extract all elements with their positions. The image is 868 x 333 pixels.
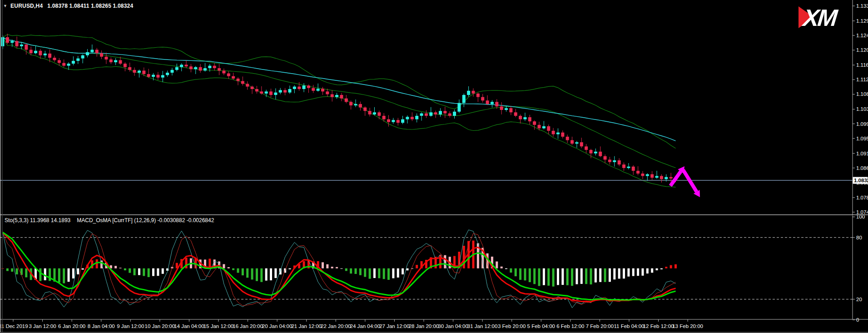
svg-text:30 Jan 04:00: 30 Jan 04:00 <box>438 323 468 329</box>
svg-text:1.09100: 1.09100 <box>856 151 868 156</box>
svg-text:14 Jan 04:00: 14 Jan 04:00 <box>174 323 204 329</box>
window-left-border <box>0 0 1 332</box>
svg-text:1.10370: 1.10370 <box>856 106 868 112</box>
svg-text:7 Feb 20:00: 7 Feb 20:00 <box>586 323 614 329</box>
stochastic-lines <box>3 230 676 308</box>
svg-text:1.11640: 1.11640 <box>856 62 868 68</box>
svg-text:9 Jan 12:00: 9 Jan 12:00 <box>117 323 144 329</box>
svg-text:12 Feb 12:00: 12 Feb 12:00 <box>643 323 674 329</box>
svg-text:21 Jan 12:00: 21 Jan 12:00 <box>291 323 322 329</box>
svg-text:8 Jan 04:00: 8 Jan 04:00 <box>88 323 115 329</box>
svg-text:31 Dec 2019: 31 Dec 2019 <box>0 323 28 329</box>
svg-text:1.12490: 1.12490 <box>856 33 868 38</box>
svg-text:13 Feb 20:00: 13 Feb 20:00 <box>672 323 703 329</box>
svg-text:15 Jan 12:00: 15 Jan 12:00 <box>203 323 234 329</box>
bollinger-bands-overlay <box>3 35 676 187</box>
svg-text:31 Jan 12:00: 31 Jan 12:00 <box>467 323 498 329</box>
symbol-timeframe-label: EURUSD,H4 <box>10 3 43 9</box>
svg-text:100: 100 <box>856 214 865 219</box>
svg-text:1.12910: 1.12910 <box>856 18 868 24</box>
svg-text:6 Jan 20:00: 6 Jan 20:00 <box>58 323 85 329</box>
svg-text:3 Jan 12:00: 3 Jan 12:00 <box>29 323 56 329</box>
trend-arrows-annotation[interactable] <box>670 166 700 197</box>
indicator-scale[interactable]: 10080200 <box>853 214 865 323</box>
main-chart-area[interactable] <box>0 34 853 197</box>
svg-text:1.09530: 1.09530 <box>856 136 868 141</box>
price-axis[interactable]: 1.133401.129101.124901.120701.116401.112… <box>853 0 868 319</box>
svg-text:1.07830: 1.07830 <box>856 195 868 200</box>
svg-text:10 Jan 20:00: 10 Jan 20:00 <box>145 323 175 329</box>
current-price-label: 1.08324 <box>853 177 868 184</box>
svg-text:3 Feb 20:00: 3 Feb 20:00 <box>498 323 526 329</box>
trading-terminal-window: ▼EURUSD,H41.08378 1.08411 1.08265 1.0832… <box>0 0 868 333</box>
xm-logo: XM <box>798 4 848 30</box>
svg-text:1.08324: 1.08324 <box>854 178 868 183</box>
indicator-window-label: Sto(5,3,3) 11.3968 14.1893MACD_OsMA [Cur… <box>5 217 214 224</box>
svg-text:1.12070: 1.12070 <box>856 47 868 53</box>
time-axis[interactable]: 31 Dec 20193 Jan 12:006 Jan 20:008 Jan 0… <box>0 319 868 329</box>
panel-divider[interactable] <box>0 215 868 216</box>
svg-text:27 Jan 12:00: 27 Jan 12:00 <box>379 323 410 329</box>
stochastic-label: Sto(5,3,3) 11.3968 14.1893 <box>5 217 70 224</box>
svg-text:1.13340: 1.13340 <box>856 3 868 9</box>
svg-text:11 Feb 04:00: 11 Feb 04:00 <box>614 323 645 329</box>
svg-text:1.11220: 1.11220 <box>856 77 868 82</box>
window-bottom-border <box>0 332 868 333</box>
svg-text:24 Jan 04:00: 24 Jan 04:00 <box>350 323 381 329</box>
chevron-down-icon: ▼ <box>3 4 7 8</box>
svg-text:80: 80 <box>856 235 862 240</box>
svg-text:1.10800: 1.10800 <box>856 91 868 97</box>
svg-text:5 Feb 04:00: 5 Feb 04:00 <box>527 323 555 329</box>
svg-text:0: 0 <box>856 317 859 323</box>
chart-title: ▼EURUSD,H41.08378 1.08411 1.08265 1.0832… <box>3 3 133 9</box>
svg-text:1.09950: 1.09950 <box>856 121 868 127</box>
indicator-panel[interactable] <box>0 230 853 308</box>
xm-logo-text: XM <box>801 5 840 30</box>
ohlc-quotes: 1.08378 1.08411 1.08265 1.08324 <box>47 3 133 9</box>
candlestick-series <box>1 34 677 183</box>
svg-text:20: 20 <box>856 297 862 302</box>
chart-canvas[interactable]: 1.133401.129101.124901.120701.116401.112… <box>0 0 868 333</box>
svg-text:20 Jan 04:00: 20 Jan 04:00 <box>262 323 293 329</box>
svg-text:1.08680: 1.08680 <box>856 165 868 171</box>
svg-text:6 Feb 12:00: 6 Feb 12:00 <box>556 323 584 329</box>
window-left-inner-border <box>2 0 3 332</box>
svg-text:22 Jan 20:00: 22 Jan 20:00 <box>321 323 351 329</box>
svg-text:16 Jan 20:00: 16 Jan 20:00 <box>233 323 263 329</box>
macd-osma-label: MACD_OsMA [CurrTF] (12,26,9) -0.0030882 … <box>77 217 214 224</box>
svg-text:28 Jan 20:00: 28 Jan 20:00 <box>409 323 439 329</box>
